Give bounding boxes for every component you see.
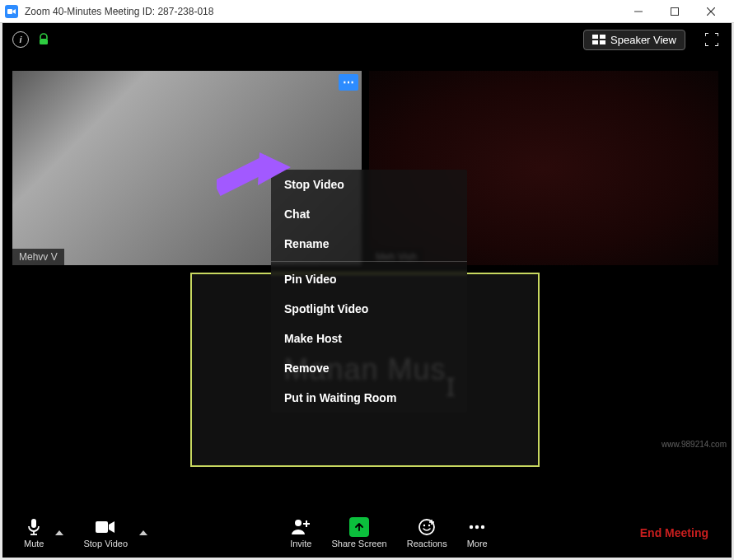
menu-item-put-in-waiting-room[interactable]: Put in Waiting Room [271,383,467,413]
fullscreen-button[interactable] [702,30,722,49]
meeting-info-icon[interactable]: i [12,31,29,48]
more-label: More [467,539,488,548]
share-screen-icon [349,517,369,537]
mute-button[interactable]: Mute [14,514,54,552]
gallery-icon [592,35,605,44]
stop-video-button[interactable]: Stop Video [73,514,138,552]
meeting-topbar: i Speaker View [2,23,732,56]
window-title: Zoom 40-Minutes Meeting ID: 287-238-018 [25,6,620,17]
microphone-icon [26,517,42,537]
mute-label: Mute [24,539,44,548]
invite-person-icon [291,517,311,537]
window-titlebar: Zoom 40-Minutes Meeting ID: 287-238-018 [0,0,734,23]
svg-rect-13 [96,521,108,533]
svg-rect-0 [7,9,12,14]
window-close-button[interactable] [693,0,729,23]
menu-item-remove[interactable]: Remove [271,353,467,383]
video-camera-icon [96,517,115,537]
window-maximize-button[interactable] [657,0,693,23]
invite-button[interactable]: Invite [280,514,321,552]
svg-point-23 [475,525,479,529]
audio-options-chevron[interactable] [54,530,65,535]
window-minimize-button[interactable] [620,0,657,23]
svg-rect-5 [40,39,48,44]
svg-rect-8 [592,40,598,44]
share-screen-button[interactable]: Share Screen [321,514,396,552]
tile-more-button[interactable]: ⋯ [339,74,358,91]
svg-rect-6 [592,35,598,39]
svg-rect-9 [600,40,605,44]
video-options-chevron[interactable] [138,530,149,535]
menu-item-rename[interactable]: Rename [271,229,467,259]
menu-item-spotlight-video[interactable]: Spotlight Video [271,294,467,324]
zoom-app-icon [5,5,18,18]
video-grid: ⋯ Mehvv V Meh Vish Manan Mus Stop Video … [2,56,732,508]
speaker-view-label: Speaker View [610,34,676,46]
menu-item-make-host[interactable]: Make Host [271,324,467,353]
menu-separator [271,261,467,262]
more-button[interactable]: More [457,514,498,552]
svg-rect-2 [671,7,679,15]
speaker-view-button[interactable]: Speaker View [583,30,685,50]
share-screen-label: Share Screen [331,539,386,548]
invite-label: Invite [290,539,311,548]
svg-point-14 [295,520,302,526]
participant-name-label: Mehvv V [12,249,64,265]
reactions-label: Reactions [407,539,447,548]
end-meeting-button[interactable]: End Meeting [629,521,720,544]
svg-rect-7 [600,35,605,39]
svg-point-24 [481,525,484,529]
svg-point-22 [470,525,473,529]
watermark: www.989214.com [662,440,727,449]
menu-item-chat[interactable]: Chat [271,199,467,229]
svg-point-18 [423,525,425,526]
encryption-lock-icon[interactable] [37,33,50,46]
reactions-icon [418,517,436,537]
svg-rect-10 [31,519,36,528]
reactions-button[interactable]: Reactions [397,514,457,552]
more-dots-icon [468,517,486,537]
meeting-toolbar: Mute Stop Video Invite [2,508,732,558]
menu-item-pin-video[interactable]: Pin Video [271,264,467,294]
participant-context-menu: Stop Video Chat Rename Pin Video Spotlig… [271,170,467,413]
menu-item-stop-video[interactable]: Stop Video [271,170,467,199]
stop-video-label: Stop Video [83,539,128,548]
zoom-meeting-window: i Speaker View ⋯ Mehvv V Meh Vish Manan … [2,23,732,558]
svg-point-19 [428,525,430,526]
